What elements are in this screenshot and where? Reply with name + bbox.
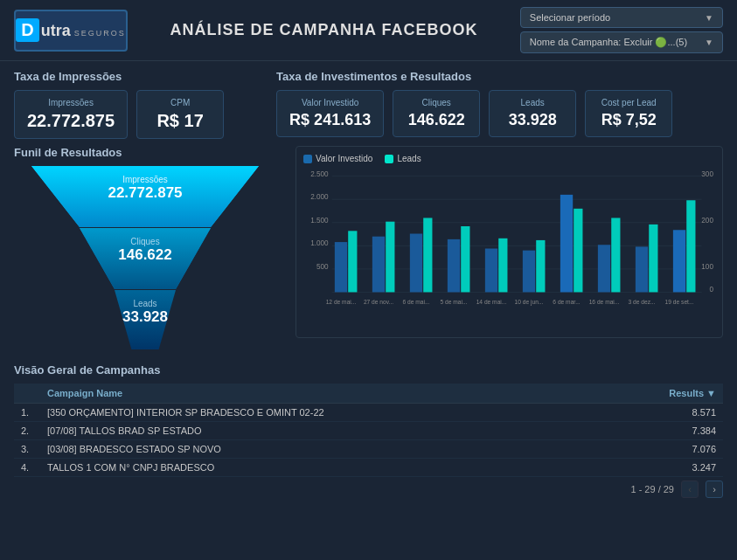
svg-text:6 de mar...: 6 de mar... bbox=[553, 299, 580, 305]
period-selector[interactable]: Selecionar período ▼ bbox=[520, 7, 723, 28]
funnel-container: Impressões 22.772.875 C bbox=[14, 166, 276, 349]
funnel-chart-section: Funil de Resultados Impressões 22. bbox=[0, 141, 737, 353]
chart-legend: Valor Investido Leads bbox=[303, 154, 715, 163]
svg-text:10 de jun...: 10 de jun... bbox=[515, 299, 544, 306]
cpm-card: CPM R$ 17 bbox=[136, 90, 224, 139]
svg-text:300: 300 bbox=[701, 169, 713, 177]
svg-text:5 de mai...: 5 de mai... bbox=[441, 299, 468, 305]
col-results-header[interactable]: Results ▼ bbox=[636, 384, 723, 404]
funnel-l1-label: Impressões bbox=[14, 175, 276, 184]
bar-leads-3 bbox=[423, 218, 432, 292]
row-num: 3. bbox=[14, 440, 40, 459]
svg-text:200: 200 bbox=[701, 216, 713, 225]
funnel-l3-value: 33.928 bbox=[14, 308, 276, 326]
page-title: ANÁLISE DE CAMPANHA FACEBOOK bbox=[128, 21, 520, 39]
funnel-level1: Impressões 22.772.875 bbox=[14, 175, 276, 202]
funnel-l2-label: Cliques bbox=[14, 237, 276, 246]
bar-leads-2 bbox=[386, 222, 394, 293]
cliques-value: 146.622 bbox=[406, 111, 467, 129]
row-num: 1. bbox=[14, 404, 40, 422]
valor-value: R$ 241.613 bbox=[289, 111, 371, 129]
funnel-l1-value: 22.772.875 bbox=[14, 184, 276, 202]
svg-text:0: 0 bbox=[709, 285, 713, 294]
bar-invest-9 bbox=[636, 246, 648, 292]
row-result: 7.076 bbox=[636, 440, 723, 459]
campaign-selector[interactable]: Nome da Campanha: Excluir 🟢...(5) ▼ bbox=[520, 31, 723, 53]
col-name-header: Campaign Name bbox=[40, 384, 636, 404]
bar-leads-4 bbox=[461, 226, 469, 292]
logo: D utra SEGUROS bbox=[14, 10, 128, 52]
bar-invest-6 bbox=[523, 251, 535, 293]
investimentos-section: Taxa de Investimentos e Resultados Valor… bbox=[276, 70, 672, 139]
bar-leads-8 bbox=[611, 218, 620, 292]
row-result: 7.384 bbox=[636, 422, 723, 440]
cliques-label: Cliques bbox=[406, 98, 467, 107]
svg-text:19 de set...: 19 de set... bbox=[665, 299, 694, 305]
sort-icon: ▼ bbox=[706, 388, 716, 398]
bar-leads-9 bbox=[649, 225, 657, 293]
leads-card: Leads 33.928 bbox=[489, 90, 576, 137]
logo-seguros: SEGUROS bbox=[74, 29, 126, 38]
bar-invest-2 bbox=[372, 237, 385, 293]
leads-label: Leads bbox=[502, 98, 563, 107]
funnel-title: Funil de Resultados bbox=[14, 146, 285, 159]
svg-text:3 de dez...: 3 de dez... bbox=[629, 299, 656, 305]
header-controls: Selecionar período ▼ Nome da Campanha: E… bbox=[520, 7, 723, 53]
row-num: 2. bbox=[14, 422, 40, 440]
row-name: [350 ORÇAMENTO] INTERIOR SP BRADESCO E O… bbox=[40, 404, 636, 422]
bar-leads-5 bbox=[498, 239, 507, 293]
bar-invest-8 bbox=[598, 245, 610, 292]
chevron-down-icon: ▼ bbox=[705, 13, 713, 23]
legend-leads: Leads bbox=[385, 154, 421, 163]
svg-text:1.000: 1.000 bbox=[310, 239, 329, 247]
campaigns-section: Visão Geral de Campanhas Campaign Name R… bbox=[0, 356, 737, 505]
bar-invest-5 bbox=[485, 249, 497, 293]
cpl-value: R$ 7,52 bbox=[598, 111, 659, 129]
bar-leads-7 bbox=[574, 209, 582, 293]
logo-utra: utra bbox=[41, 22, 71, 40]
cpl-label: Cost per Lead bbox=[598, 98, 659, 107]
next-page-button[interactable]: › bbox=[706, 480, 723, 498]
bar-leads-10 bbox=[686, 200, 695, 292]
svg-text:2.500: 2.500 bbox=[310, 169, 329, 177]
leads-value: 33.928 bbox=[502, 111, 563, 129]
svg-text:6 de mai...: 6 de mai... bbox=[403, 299, 430, 305]
svg-text:14 de mai...: 14 de mai... bbox=[476, 299, 507, 305]
svg-text:27 de nov...: 27 de nov... bbox=[364, 299, 393, 305]
legend-leads-dot bbox=[385, 155, 393, 163]
bar-leads-6 bbox=[536, 240, 545, 293]
legend-investido: Valor Investido bbox=[303, 154, 372, 163]
funnel-l3-label: Leads bbox=[14, 299, 276, 308]
prev-page-button[interactable]: ‹ bbox=[681, 480, 699, 498]
svg-text:12 de mai...: 12 de mai... bbox=[326, 299, 357, 305]
funnel-level2: Cliques 146.622 bbox=[14, 237, 276, 264]
campaigns-title: Visão Geral de Campanhas bbox=[14, 363, 723, 377]
row-name: [03/08] BRADESCO ESTADO SP NOVO bbox=[40, 440, 636, 459]
bar-invest-3 bbox=[410, 234, 422, 293]
table-header-row: Campaign Name Results ▼ bbox=[14, 384, 723, 404]
bar-invest-10 bbox=[673, 230, 685, 292]
logo-d: D bbox=[16, 18, 38, 42]
row-name: [07/08] TALLOS BRAD SP ESTADO bbox=[40, 422, 636, 440]
svg-text:100: 100 bbox=[701, 262, 713, 271]
chart-svg: 2.500 2.000 1.500 1.000 500 300 200 100 … bbox=[303, 167, 715, 315]
valor-label: Valor Investido bbox=[289, 98, 371, 107]
chart-container: Valor Investido Leads 2.500 2.000 1.500 … bbox=[295, 146, 723, 338]
row-name: TALLOS 1 COM N° CNPJ BRADESCO bbox=[40, 459, 636, 477]
pagination-text: 1 - 29 / 29 bbox=[630, 484, 674, 494]
impressoes-card: Impressões 22.772.875 bbox=[14, 90, 128, 139]
table-row: 2. [07/08] TALLOS BRAD SP ESTADO 7.384 bbox=[14, 422, 723, 440]
metrics-top: Taxa de Impressões Impressões 22.772.875… bbox=[0, 61, 737, 141]
impressoes-label: Impressões bbox=[27, 98, 115, 107]
valor-card: Valor Investido R$ 241.613 bbox=[276, 90, 384, 137]
table-row: 1. [350 ORÇAMENTO] INTERIOR SP BRADESCO … bbox=[14, 404, 723, 422]
funnel-l2-value: 146.622 bbox=[14, 246, 276, 264]
impressoes-section-title: Taxa de Impressões bbox=[14, 70, 224, 83]
bar-leads-1 bbox=[348, 231, 357, 292]
svg-text:16 de mai...: 16 de mai... bbox=[589, 299, 620, 305]
table-row: 3. [03/08] BRADESCO ESTADO SP NOVO 7.076 bbox=[14, 440, 723, 459]
header: D utra SEGUROS ANÁLISE DE CAMPANHA FACEB… bbox=[0, 0, 737, 61]
svg-text:1.500: 1.500 bbox=[310, 216, 329, 225]
cpm-label: CPM bbox=[149, 98, 211, 107]
cpl-card: Cost per Lead R$ 7,52 bbox=[585, 90, 672, 137]
